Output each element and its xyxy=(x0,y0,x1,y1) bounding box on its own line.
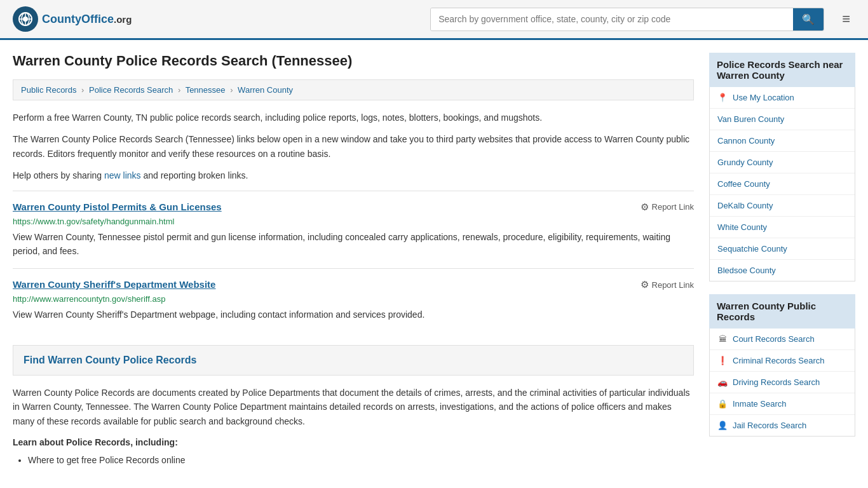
jail-icon: 👤 xyxy=(717,421,728,430)
location-icon: 📍 xyxy=(717,93,728,102)
logo[interactable]: CountyOffice.org xyxy=(13,6,132,32)
sidebar-nearby-section: Police Records Search near Warren County… xyxy=(709,53,855,281)
court-icon: 🏛 xyxy=(717,334,728,344)
new-links[interactable]: new links xyxy=(104,170,141,180)
main-content: Warren County Police Records Search (Ten… xyxy=(13,53,694,468)
search-input[interactable] xyxy=(431,8,793,30)
result-url-2[interactable]: http://www.warrencountytn.gov/sheriff.as… xyxy=(13,294,694,304)
find-desc: Warren County Police Records are documen… xyxy=(13,386,694,428)
sidebar-item-grundy[interactable]: Grundy County xyxy=(710,152,855,173)
find-section-title: Find Warren County Police Records xyxy=(24,355,683,366)
breadcrumb: Public Records › Police Records Search ›… xyxy=(13,79,694,100)
logo-text: CountyOffice.org xyxy=(42,13,132,26)
menu-button[interactable]: ≡ xyxy=(837,8,855,30)
sidebar-item-use-my-location[interactable]: 📍 Use My Location xyxy=(710,87,855,109)
sidebar-item-van-buren[interactable]: Van Buren County xyxy=(710,109,855,130)
breadcrumb-public-records[interactable]: Public Records xyxy=(21,85,76,95)
search-button[interactable]: 🔍 xyxy=(793,8,824,30)
report-icon-1: ⚙ xyxy=(641,201,649,213)
sidebar-records-title: Warren County Public Records xyxy=(709,294,855,329)
sidebar-item-cannon[interactable]: Cannon County xyxy=(710,130,855,152)
sidebar-item-coffee[interactable]: Coffee County xyxy=(710,173,855,195)
desc3: Help others by sharing new links and rep… xyxy=(13,168,694,182)
result-title-1[interactable]: Warren County Pistol Permits & Gun Licen… xyxy=(13,201,222,212)
sidebar: Police Records Search near Warren County… xyxy=(709,53,855,468)
desc2: The Warren County Police Records Search … xyxy=(13,132,694,161)
result-item-1: Warren County Pistol Permits & Gun Licen… xyxy=(13,191,694,269)
learn-title: Learn about Police Records, including: xyxy=(13,437,694,447)
desc1: Perform a free Warren County, TN public … xyxy=(13,111,694,125)
sidebar-item-white[interactable]: White County xyxy=(710,217,855,238)
result-desc-1: View Warren County, Tennessee pistol per… xyxy=(13,230,694,259)
result-item-2: Warren County Sheriff's Department Websi… xyxy=(13,268,694,332)
driving-icon: 🚗 xyxy=(717,377,728,387)
report-icon-2: ⚙ xyxy=(641,279,649,290)
page-title: Warren County Police Records Search (Ten… xyxy=(13,53,694,69)
sidebar-item-sequatchie[interactable]: Sequatchie County xyxy=(710,238,855,260)
sidebar-nearby-list: 📍 Use My Location Van Buren County Canno… xyxy=(709,87,855,281)
search-bar: 🔍 xyxy=(430,8,824,31)
sidebar-item-criminal-records[interactable]: ❗ Criminal Records Search xyxy=(710,350,855,372)
result-title-2[interactable]: Warren County Sheriff's Department Websi… xyxy=(13,279,215,290)
report-link-button-1[interactable]: ⚙ Report Link xyxy=(641,201,694,213)
sidebar-item-driving-records[interactable]: 🚗 Driving Records Search xyxy=(710,372,855,393)
sidebar-item-court-records[interactable]: 🏛 Court Records Search xyxy=(710,329,855,350)
breadcrumb-warren-county[interactable]: Warren County xyxy=(238,85,293,95)
result-desc-2: View Warren County Sheriff's Department … xyxy=(13,308,694,322)
learn-item-1: Where to get free Police Records online xyxy=(28,452,694,468)
sidebar-records-list: 🏛 Court Records Search ❗ Criminal Record… xyxy=(709,329,855,437)
learn-list: Where to get free Police Records online xyxy=(13,452,694,468)
find-section: Find Warren County Police Records xyxy=(13,345,694,376)
breadcrumb-tennessee[interactable]: Tennessee xyxy=(186,85,226,95)
sidebar-item-dekalb[interactable]: DeKalb County xyxy=(710,195,855,217)
sidebar-item-inmate-search[interactable]: 🔒 Inmate Search xyxy=(710,393,855,415)
result-url-1[interactable]: https://www.tn.gov/safety/handgunmain.ht… xyxy=(13,217,694,226)
logo-icon xyxy=(13,6,38,32)
criminal-icon: ❗ xyxy=(717,356,728,365)
sidebar-nearby-title: Police Records Search near Warren County xyxy=(709,53,855,87)
report-link-button-2[interactable]: ⚙ Report Link xyxy=(641,279,694,290)
inmate-icon: 🔒 xyxy=(717,399,728,409)
breadcrumb-police-records-search[interactable]: Police Records Search xyxy=(89,85,173,95)
sidebar-records-section: Warren County Public Records 🏛 Court Rec… xyxy=(709,294,855,437)
sidebar-item-jail-records[interactable]: 👤 Jail Records Search xyxy=(710,415,855,436)
sidebar-item-bledsoe[interactable]: Bledsoe County xyxy=(710,260,855,281)
